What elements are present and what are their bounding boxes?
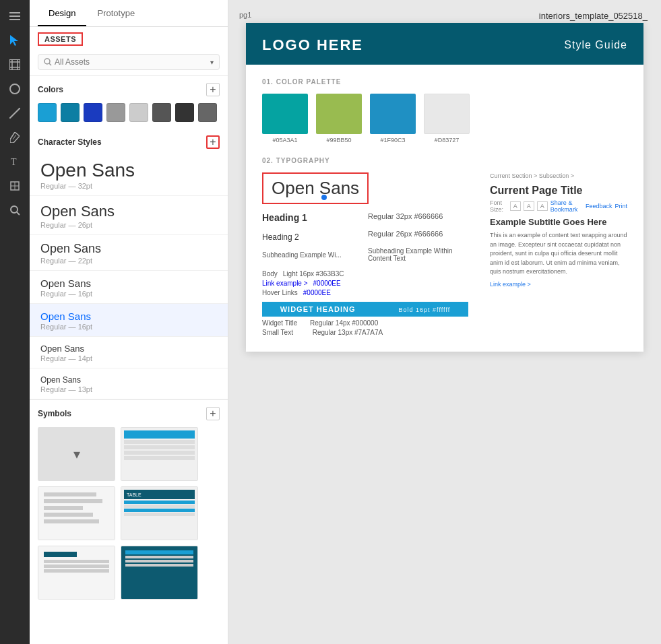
char-style-sub-3: Regular — 16pt [40,290,217,298]
font-size-btn-large[interactable]: A [537,201,548,211]
char-style-name-1: Open Sans [40,203,217,220]
colors-title: Colors [38,85,63,94]
font-preview-box[interactable]: Open Sans [262,172,369,204]
tab-design[interactable]: Design [38,0,86,26]
symbol-thumb-6[interactable] [121,546,198,600]
char-styles-section-header: Character Styles + [30,129,228,153]
hamburger-icon[interactable] [4,5,26,27]
hover-value: #0000EE [303,289,331,296]
component-icon[interactable] [4,175,26,197]
share-bookmark-link[interactable]: Share & Bookmark [550,199,583,213]
symbols-section-header: Symbols + [30,399,228,424]
symbol-thumb-2[interactable] [121,427,198,481]
char-style-item-2[interactable]: Open Sans Regular — 22pt [30,235,228,271]
font-size-btn-small[interactable]: A [510,201,521,211]
palette-swatch-wrap-1: #05A3A1 [262,94,308,143]
color-swatch-2[interactable] [61,103,80,122]
svg-point-9 [10,84,20,94]
widget-title-label: Widget Title [262,319,297,327]
text-icon[interactable]: T [4,151,26,172]
canvas-header: LOGO HERE Style Guide [246,23,643,65]
logo-text: LOGO HERE [262,36,363,54]
tab-prototype[interactable]: Prototype [86,0,146,26]
font-preview-text: Open Sans [272,178,359,198]
palette-row: #05A3A1 #99BB50 #1F90C3 #D83727 [262,94,627,143]
widget-title-row: Widget Title Regular 14px #000000 [262,319,468,327]
char-styles-add-button[interactable]: + [206,135,220,149]
char-style-item-4[interactable]: Open Sans Regular — 16pt [30,304,228,337]
subheading-value: Subheading Example Within Content Text [368,247,468,262]
circle-icon[interactable] [4,78,26,100]
symbol-thumb-1[interactable]: ▾ [38,427,115,481]
main-area: interiors_template_052518_ pg1 LOGO HERE… [228,0,661,644]
canvas-body: 01. COLOR PALETTE #05A3A1 #99BB50 #1F90C… [246,65,643,352]
typo-val-h2: Regular 26px #666666 [368,230,468,238]
cursor-icon[interactable] [4,30,26,51]
search-input[interactable] [55,57,208,67]
heading2-label: Heading 2 [262,232,363,242]
frame-icon[interactable] [4,54,26,75]
sidebar-content: Colors + Character Styles + Open Sans Re… [30,76,228,644]
color-swatch-7[interactable] [175,103,194,122]
pen-icon[interactable] [4,127,26,148]
subtitle-text: Example Subtitle Goes Here [490,217,627,227]
heading1-value: Regular 32px #666666 [368,212,468,220]
color-palette-label: 01. COLOR PALETTE [262,78,627,86]
color-swatch-8[interactable] [198,103,217,122]
search-bar: ▾ [30,51,228,76]
color-swatch-3[interactable] [84,103,102,122]
canvas: LOGO HERE Style Guide 01. COLOR PALETTE … [246,23,643,352]
assets-header: ASSETS [30,27,228,51]
search-chevron-icon[interactable]: ▾ [210,59,214,66]
palette-swatch-wrap-2: #99BB50 [316,94,362,143]
typo-col-right: Regular 32px #666666 Regular 26px #66666… [363,212,468,267]
search-wrap[interactable]: ▾ [38,54,220,70]
char-style-name-3: Open Sans [40,278,217,289]
symbol-thumb-5[interactable] [38,546,115,600]
color-swatch-5[interactable] [129,103,148,122]
search-icon[interactable] [4,199,26,221]
colors-add-button[interactable]: + [206,83,220,96]
char-style-sub-0: Regular — 32pt [40,182,217,190]
palette-swatch-1 [262,94,308,134]
assets-label: ASSETS [38,32,83,46]
char-style-item-5[interactable]: Open Sans Regular — 14pt [30,337,228,368]
widget-heading-value: Bold 16pt #ffffff [399,307,451,313]
small-text-value: Regular 13px #7A7A7A [313,329,383,336]
page-title: Current Page Title [490,185,627,197]
char-style-item-3[interactable]: Open Sans Regular — 16pt [30,271,228,304]
link-example-text[interactable]: Link example > [262,280,308,287]
color-swatch-4[interactable] [106,103,125,122]
typography-section: 02. TYPOGRAPHY Open Sans Heading 1 [262,157,627,338]
body-row: Body Light 16px #363B3C [262,270,468,278]
char-style-item-1[interactable]: Open Sans Regular — 26pt [30,196,228,235]
print-link[interactable]: Print [615,203,627,210]
line-icon[interactable] [4,102,26,124]
typo-row-h1: Heading 1 [262,212,363,223]
color-swatch-1[interactable] [38,103,57,122]
char-style-item-6[interactable]: Open Sans Regular — 13pt [30,368,228,399]
color-swatch-6[interactable] [152,103,171,122]
svg-marker-3 [10,35,18,46]
char-style-name-2: Open Sans [40,242,217,256]
body-value: Light 16px #363B3C [283,270,344,278]
font-size-label: Font Size: [490,199,507,213]
link-preview[interactable]: Link example > [490,281,627,288]
palette-hex-2: #99BB50 [326,137,351,143]
feedback-link[interactable]: Feedback [586,203,612,210]
symbol-thumb-4[interactable]: TABLE [121,486,198,540]
symbol-thumb-3[interactable] [38,486,115,540]
palette-swatch-wrap-4: #D83727 [424,94,470,143]
char-styles-title: Character Styles [38,137,102,147]
svg-line-17 [17,212,20,215]
heading2-value: Regular 26px #666666 [368,230,468,238]
font-size-btn-medium[interactable]: A [524,201,534,211]
char-style-sub-1: Regular — 26pt [40,221,217,229]
svg-rect-1 [9,15,20,17]
style-guide-label: Style Guide [564,39,627,51]
typo-left: Open Sans Heading 1 Heading 2 [262,172,468,338]
subheading-row: Subheading Example Wi... [262,251,363,259]
symbols-add-button[interactable]: + [206,407,220,420]
svg-rect-2 [9,19,20,20]
char-style-item-0[interactable]: Open Sans Regular — 32pt [30,153,228,196]
